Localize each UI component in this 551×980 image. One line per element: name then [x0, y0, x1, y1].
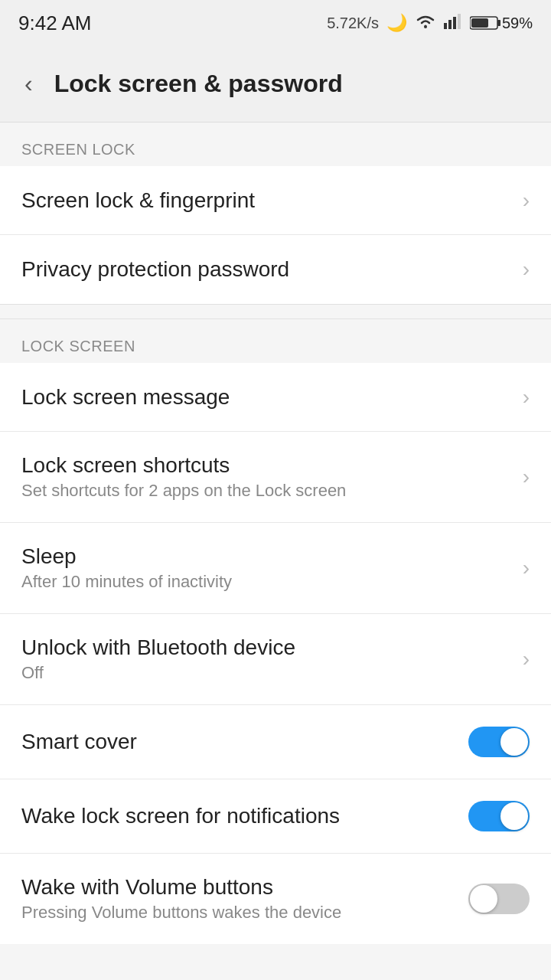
settings-item-lock-screen-message[interactable]: Lock screen message› [0, 363, 551, 432]
settings-item-subtitle: Off [21, 663, 510, 683]
svg-rect-4 [458, 14, 461, 29]
settings-item-left: Screen lock & fingerprint [21, 188, 510, 213]
settings-item-right: › [523, 385, 530, 410]
svg-point-0 [424, 25, 427, 28]
chevron-right-icon: › [523, 465, 530, 489]
settings-item-left: SleepAfter 10 minutes of inactivity [21, 544, 510, 592]
settings-item-title: Privacy protection password [21, 257, 510, 282]
settings-item-title: Wake with Volume buttons [21, 875, 456, 900]
page-title: Lock screen & password [54, 70, 343, 98]
toggle-knob [500, 728, 528, 756]
settings-item-left: Unlock with Bluetooth deviceOff [21, 635, 510, 683]
toggle-smart-cover[interactable] [468, 727, 530, 757]
toggle-wake-lock-notifications[interactable] [468, 801, 530, 831]
settings-item-title: Unlock with Bluetooth device [21, 635, 510, 660]
settings-item-right [468, 727, 530, 757]
settings-item-right [468, 884, 530, 914]
settings-item-smart-cover[interactable]: Smart cover [0, 705, 551, 779]
network-speed: 5.72K/s [327, 15, 379, 32]
settings-item-wake-volume-buttons[interactable]: Wake with Volume buttonsPressing Volume … [0, 854, 551, 944]
settings-list: Screen lock & fingerprint›Privacy protec… [0, 166, 551, 304]
settings-item-right [468, 801, 530, 831]
settings-item-subtitle: Set shortcuts for 2 apps on the Lock scr… [21, 481, 510, 501]
svg-rect-2 [448, 20, 452, 29]
status-bar: 9:42 AM 5.72K/s 🌙 [0, 0, 551, 46]
settings-item-title: Lock screen message [21, 385, 510, 410]
settings-item-privacy-protection[interactable]: Privacy protection password› [0, 235, 551, 304]
section-header-text: SCREEN LOCK [21, 141, 135, 158]
settings-item-left: Smart cover [21, 730, 456, 754]
settings-item-wake-lock-notifications[interactable]: Wake lock screen for notifications [0, 779, 551, 854]
status-time: 9:42 AM [18, 11, 91, 35]
settings-list: Lock screen message›Lock screen shortcut… [0, 363, 551, 944]
settings-item-screen-lock-fingerprint[interactable]: Screen lock & fingerprint› [0, 166, 551, 235]
chevron-right-icon: › [523, 188, 530, 213]
toggle-knob [500, 802, 528, 830]
signal-icon [444, 12, 462, 34]
section-header: SCREEN LOCK [0, 122, 551, 166]
battery-percent: 59% [502, 15, 533, 32]
main-content: SCREEN LOCKScreen lock & fingerprint›Pri… [0, 122, 551, 944]
settings-item-title: Smart cover [21, 730, 456, 754]
settings-item-right: › [523, 647, 530, 671]
section-separator [0, 304, 551, 319]
svg-rect-1 [444, 23, 447, 29]
settings-item-right: › [523, 556, 530, 580]
settings-item-right: › [523, 465, 530, 489]
settings-item-subtitle: After 10 minutes of inactivity [21, 572, 510, 592]
settings-item-right: › [523, 257, 530, 282]
settings-item-title: Lock screen shortcuts [21, 453, 510, 478]
chevron-right-icon: › [523, 647, 530, 671]
wifi-icon [415, 12, 436, 34]
settings-item-left: Lock screen shortcutsSet shortcuts for 2… [21, 453, 510, 501]
settings-item-title: Screen lock & fingerprint [21, 188, 510, 213]
settings-item-title: Wake lock screen for notifications [21, 804, 456, 828]
settings-item-subtitle: Pressing Volume buttons wakes the device [21, 903, 456, 923]
chevron-right-icon: › [523, 556, 530, 580]
toggle-knob [470, 885, 497, 913]
toolbar: ‹ Lock screen & password [0, 46, 551, 122]
svg-rect-7 [471, 18, 488, 28]
settings-item-left: Lock screen message [21, 385, 510, 410]
settings-item-left: Privacy protection password [21, 257, 510, 282]
do-not-disturb-icon: 🌙 [386, 13, 407, 33]
settings-item-unlock-bluetooth[interactable]: Unlock with Bluetooth deviceOff› [0, 614, 551, 705]
back-button[interactable]: ‹ [18, 64, 39, 104]
status-right: 5.72K/s 🌙 [327, 12, 533, 34]
settings-item-title: Sleep [21, 544, 510, 569]
settings-item-right: › [523, 188, 530, 213]
section-header-text: LOCK SCREEN [21, 338, 135, 354]
chevron-right-icon: › [523, 257, 530, 282]
svg-rect-3 [453, 17, 456, 29]
settings-item-left: Wake lock screen for notifications [21, 804, 456, 828]
settings-item-sleep[interactable]: SleepAfter 10 minutes of inactivity› [0, 523, 551, 614]
section-header: LOCK SCREEN [0, 319, 551, 363]
svg-rect-6 [497, 20, 500, 26]
settings-item-lock-screen-shortcuts[interactable]: Lock screen shortcutsSet shortcuts for 2… [0, 432, 551, 523]
toggle-wake-volume-buttons[interactable] [468, 884, 530, 914]
chevron-right-icon: › [523, 385, 530, 410]
settings-item-left: Wake with Volume buttonsPressing Volume … [21, 875, 456, 923]
battery-icon: 59% [470, 15, 533, 32]
